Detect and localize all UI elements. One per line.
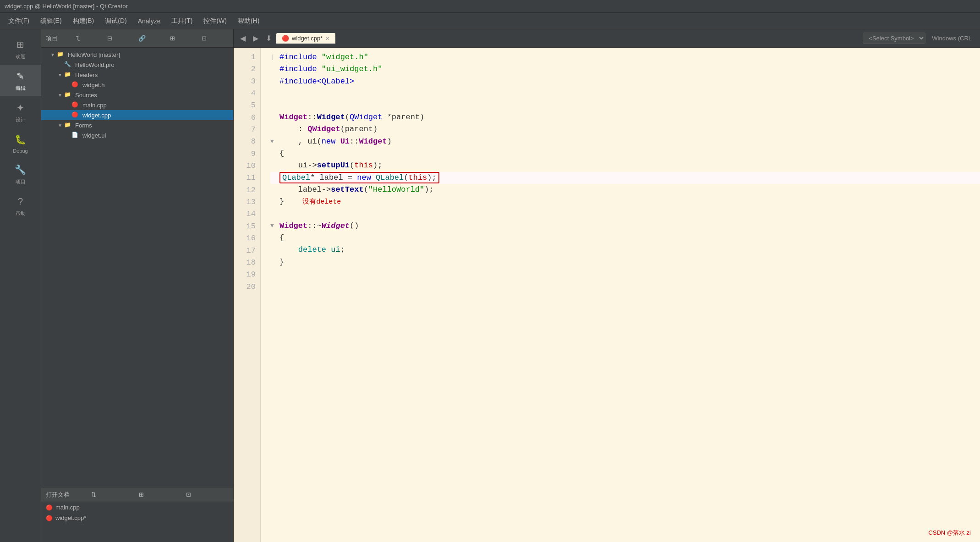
open-doc-main-cpp[interactable]: 🔴 main.cpp [41,502,233,513]
open-doc-label-widget-cpp: widget.cpp* [55,514,86,521]
code-line-11: QLabel* label = new QLabel(this); [270,172,980,184]
code-line-10: ui->setupUi(this); [270,160,980,171]
titlebar: widget.cpp @ HelloWorld [master] - Qt Cr… [0,0,980,13]
code-line-7: : QWidget(parent) [270,123,980,135]
code-text-10: ui->setupUi(this); [279,160,382,171]
sidebar-icon-帮助[interactable]: ?帮助 [0,190,41,221]
menu-item-d[interactable]: 调试(D) [100,15,131,27]
menu-item-h[interactable]: 帮助(H) [233,15,264,27]
tree-label-widget-h: widget.h [82,82,104,88]
tree-label-helloworld-root: HelloWorld [master] [68,51,120,58]
menu-item-analyze[interactable]: Analyze [133,16,165,27]
code-line-18: } [270,256,980,268]
sidebar-icon-shape-项目: 🔧 [14,163,27,177]
open-docs-header: 打开文档 ⇅ ⊞ ⊡ [41,487,233,502]
code-text-2: #include "ui_widget.h" [279,63,382,75]
sidebar-icon-欢迎[interactable]: ⊞欢迎 [0,33,41,65]
tab-bar: 🔴 widget.cpp* ✕ [276,33,861,44]
menu-item-f[interactable]: 文件(F) [4,15,34,27]
tree-item-widget-h[interactable]: 🔴 widget.h [41,80,233,90]
main-layout: ⊞欢迎✎编辑✦设计🐛Debug🔧项目?帮助 项目 ⇅ ⊟ 🔗 ⊞ ⊡ ▼ 📁 H… [0,29,980,542]
tree-item-helloworld-pro[interactable]: 🔧 HelloWorld.pro [41,60,233,70]
tree-label-sources-folder: Sources [75,92,97,99]
open-docs-collapse-btn[interactable]: ⊡ [184,490,229,499]
tree-label-main-cpp: main.cpp [82,102,107,109]
open-docs-title: 打开文档 [46,491,87,499]
code-text-16: { [279,232,284,244]
code-text-6: Widget::Widget(QWidget *parent) [279,111,424,123]
menubar: 文件(F)编辑(E)构建(B)调试(D)Analyze工具(T)控件(W)帮助(… [0,13,980,29]
nav-back-btn[interactable]: ◀ [237,33,248,44]
code-text-12: label->setText("HelloWorld"); [279,184,434,196]
tree-item-main-cpp[interactable]: 🔴 main.cpp [41,100,233,110]
project-filter-btn[interactable]: ⊟ [105,34,134,43]
sidebar-icon-shape-设计: ✦ [14,101,27,115]
sidebar-icon-label-编辑: 编辑 [16,85,26,92]
project-collapse-btn[interactable]: ⊡ [200,34,229,43]
code-text-9: { [279,148,284,160]
symbol-select[interactable]: <Select Symbol> [863,33,925,44]
code-line-13: }没有delete [270,196,980,208]
sidebar-icon-shape-欢迎: ⊞ [14,38,27,51]
sidebar-icon-设计[interactable]: ✦设计 [0,96,41,128]
code-text-17: delete ui; [279,244,345,256]
tab-label-widget-cpp: widget.cpp* [292,35,323,42]
code-line-17: delete ui; [270,244,980,256]
sidebar-icon-编辑[interactable]: ✎编辑 [0,65,41,96]
code-text-13: }没有delete [279,196,341,208]
watermark-text: CSDN @落水 zi [928,529,971,536]
tree-item-widget-ui[interactable]: 📄 widget.ui [41,130,233,140]
open-docs-add-btn[interactable]: ⊞ [137,490,181,499]
tree-label-helloworld-pro: HelloWorld.pro [75,61,115,68]
project-sort-btn[interactable]: ⇅ [74,34,103,43]
code-text-1: #include "widget.h" [279,51,368,63]
tree-item-forms-folder[interactable]: ▼ 📁 Forms [41,120,233,130]
tree-item-headers-folder[interactable]: ▼ 📁 Headers [41,70,233,80]
sidebar-icon-Debug[interactable]: 🐛Debug [0,128,41,158]
code-line-14 [270,208,980,220]
sidebar-icon-label-帮助: 帮助 [16,210,26,217]
tree-item-helloworld-root[interactable]: ▼ 📁 HelloWorld [master] [41,50,233,60]
code-line-16: { [270,232,980,244]
menu-item-b[interactable]: 构建(B) [68,15,99,27]
title-text: widget.cpp @ HelloWorld [master] - Qt Cr… [5,3,128,10]
project-panel: 项目 ⇅ ⊟ 🔗 ⊞ ⊡ ▼ 📁 HelloWorld [master] 🔧 H… [41,29,234,542]
windows-label: Windows (CRL [927,35,976,42]
code-text-11: QLabel* label = new QLabel(this); [279,172,439,184]
open-doc-widget-cpp[interactable]: 🔴 widget.cpp* [41,513,233,523]
code-line-2: #include "ui_widget.h" [270,63,980,75]
code-text-7: : QWidget(parent) [279,123,378,135]
nav-forward-btn[interactable]: ▶ [250,33,261,44]
open-doc-label-main-cpp: main.cpp [55,504,80,511]
tree-item-sources-folder[interactable]: ▼ 📁 Sources [41,90,233,100]
code-text-18: } [279,256,284,268]
line-numbers: 1 2 3 4 5 6 7 8 9 10 11 12 13 14 15 16 1… [234,48,261,542]
menu-item-t[interactable]: 工具(T) [167,15,197,27]
menu-item-w[interactable]: 控件(W) [199,15,231,27]
code-line-9: { [270,148,980,160]
open-docs-panel: 打开文档 ⇅ ⊞ ⊡ 🔴 main.cpp 🔴 widget.cpp* [41,487,233,542]
project-add-btn[interactable]: ⊞ [168,34,197,43]
nav-history-btn[interactable]: ⬇ [263,33,274,44]
sidebar-icon-项目[interactable]: 🔧项目 [0,158,41,190]
code-line-1: | #include "widget.h" [270,51,980,63]
code-line-3: #include<QLabel> [270,76,980,88]
sidebar-icon-label-欢迎: 欢迎 [16,53,26,60]
code-line-4 [270,88,980,100]
code-line-6: Widget::Widget(QWidget *parent) [270,111,980,123]
open-docs-sort-btn[interactable]: ⇅ [89,490,134,499]
watermark: CSDN @落水 zi [928,528,971,537]
code-text-8: , ui(new Ui::Widget) [279,136,392,148]
tree-item-widget-cpp[interactable]: 🔴 widget.cpp [41,110,233,120]
tab-close-widget-cpp[interactable]: ✕ [325,35,330,42]
code-editor[interactable]: 1 2 3 4 5 6 7 8 9 10 11 12 13 14 15 16 1… [234,48,980,542]
editor-tab-widget-cpp[interactable]: 🔴 widget.cpp* ✕ [276,33,335,44]
editor-toolbar: ◀ ▶ ⬇ 🔴 widget.cpp* ✕ <Select Symbol> Wi… [234,29,980,48]
tree-label-widget-ui: widget.ui [82,132,106,139]
sidebar-icon-label-设计: 设计 [16,116,26,123]
project-link-btn[interactable]: 🔗 [137,34,165,43]
code-text-15: Widget::~Widget() [279,220,359,232]
editor-area: ◀ ▶ ⬇ 🔴 widget.cpp* ✕ <Select Symbol> Wi… [234,29,980,542]
menu-item-e[interactable]: 编辑(E) [36,15,66,27]
code-content[interactable]: | #include "widget.h" #include "ui_widge… [261,48,980,542]
